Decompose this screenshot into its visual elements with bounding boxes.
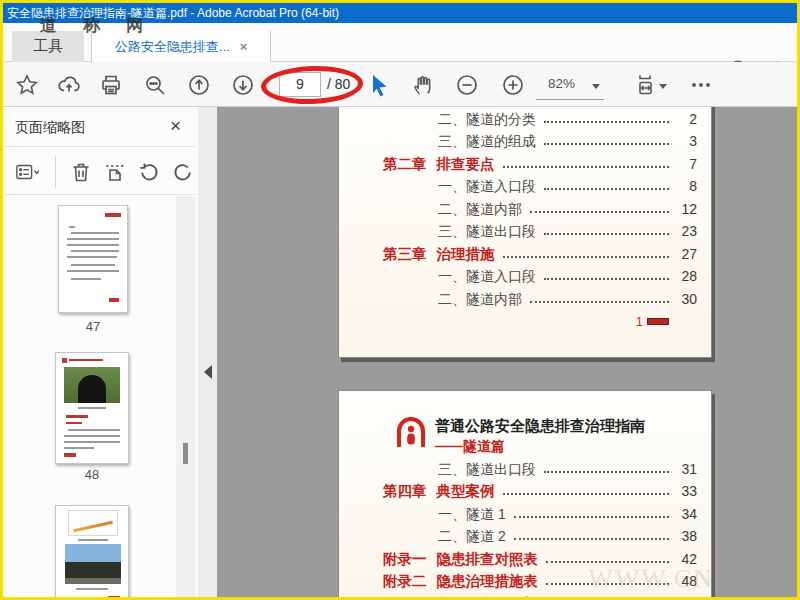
thumbnail-page-48[interactable]: [55, 352, 129, 464]
panel-scrollbar-track[interactable]: [176, 196, 195, 597]
tab-document-label: 公路安全隐患排查...: [115, 38, 230, 56]
select-tool-icon[interactable]: [367, 73, 391, 97]
zoom-in-icon[interactable]: [501, 73, 525, 97]
dot-leader: [544, 233, 669, 235]
page-footer: 1: [636, 314, 669, 329]
more-tools-icon[interactable]: [689, 73, 713, 97]
toc-entry[interactable]: 二、隧道的分类2: [339, 107, 711, 129]
toc-chapter-entry[interactable]: 第二章排查要点7: [339, 151, 711, 174]
zoom-out-icon[interactable]: [455, 73, 479, 97]
toc-entry[interactable]: 三、隧道的组成3: [339, 129, 711, 152]
guide-title: 普通公路安全隐患排查治理指南: [435, 417, 645, 436]
next-page-icon[interactable]: [231, 73, 255, 97]
extract-pages-icon[interactable]: [103, 160, 127, 184]
dot-leader: [544, 278, 669, 280]
pdf-page-9: 二、隧道的分类2 三、隧道的组成3 第二章排查要点7 一、隧道入口段8 二、隧道…: [338, 107, 712, 358]
dot-leader: [530, 211, 669, 213]
toc-entry[interactable]: 三、隧道出口段23: [339, 219, 711, 242]
red-circle-annotation: [260, 64, 363, 106]
chevron-down-icon: [659, 84, 667, 89]
panel-title: 页面缩略图: [15, 119, 85, 137]
tunnel-logo-icon: [395, 415, 427, 449]
fit-width-icon[interactable]: [633, 73, 657, 97]
toc-entry[interactable]: 一、隧道 134: [339, 501, 711, 524]
chevron-down-icon: [592, 84, 600, 89]
clipped-tool-icon: [793, 75, 800, 95]
toc-entry[interactable]: 二、隧道内部30: [339, 286, 711, 309]
dot-leader: [544, 121, 669, 123]
delete-pages-icon[interactable]: [69, 160, 93, 184]
panel-scrollbar-thumb[interactable]: [183, 443, 188, 464]
thumbnail-label: 47: [58, 319, 128, 334]
thumbnails-panel-header: 页面缩略图 ×: [3, 107, 195, 147]
toc-chapter-entry[interactable]: 第四章典型案例33: [339, 479, 711, 502]
zoom-level-dropdown[interactable]: 82%: [536, 72, 604, 100]
dot-leader: [503, 166, 670, 168]
print-icon[interactable]: [99, 73, 123, 97]
dot-leader: [546, 561, 669, 563]
toc-chapter-entry[interactable]: 第三章治理措施27: [339, 241, 711, 264]
document-view: 二、隧道的分类2 三、隧道的组成3 第二章排查要点7 一、隧道入口段8 二、隧道…: [217, 107, 797, 597]
folio-bar: [647, 318, 669, 325]
folio-number: 1: [636, 314, 643, 329]
tab-tools-label: 工具: [33, 37, 63, 56]
toc-entry[interactable]: 一、隧道入口段8: [339, 174, 711, 197]
guide-subtitle: ——隧道篇: [435, 438, 505, 456]
toc-entry[interactable]: 二、隧道 238: [339, 524, 711, 547]
rotate-left-icon[interactable]: [137, 160, 161, 184]
dot-leader: [544, 188, 669, 190]
dot-leader: [503, 256, 670, 258]
main-toolbar: 9 / 80 82%: [3, 62, 797, 107]
thumbnail-page-49[interactable]: [55, 505, 129, 597]
collapse-panel-icon[interactable]: [204, 365, 212, 379]
thumbnails-toolbar: [3, 148, 195, 195]
divider: [55, 156, 56, 188]
toc-entry[interactable]: 一、隧道入口段28: [339, 264, 711, 287]
panel-splitter[interactable]: [195, 107, 217, 597]
zoom-level-value: 82%: [548, 76, 575, 91]
panel-close-icon[interactable]: ×: [170, 115, 181, 137]
dot-leader: [544, 471, 669, 473]
dot-leader: [514, 538, 669, 540]
hand-tool-icon[interactable]: [411, 73, 435, 97]
toc-entry[interactable]: 二、隧道内部12: [339, 196, 711, 219]
share-upload-icon[interactable]: [57, 73, 81, 97]
search-icon[interactable]: [143, 73, 167, 97]
thumbnail-options-icon[interactable]: [15, 160, 39, 184]
dot-leader: [544, 143, 669, 145]
dot-leader: [514, 516, 669, 518]
watermark-bottom-right: WWW.CN: [588, 564, 714, 594]
thumbnails-panel: 页面缩略图 ×: [3, 107, 195, 597]
watermark-top-left: 道称网: [40, 14, 169, 37]
toc-entry[interactable]: 三、隧道出口段31: [339, 456, 711, 479]
tab-close-icon[interactable]: ×: [240, 39, 248, 54]
thumbnail-label: 48: [57, 467, 127, 482]
previous-page-icon[interactable]: [187, 73, 211, 97]
thumbnail-page-47[interactable]: [58, 205, 128, 313]
rotate-right-icon[interactable]: [171, 160, 195, 184]
dot-leader: [503, 493, 670, 495]
star-favorites-icon[interactable]: [15, 73, 39, 97]
dot-leader: [530, 301, 669, 303]
